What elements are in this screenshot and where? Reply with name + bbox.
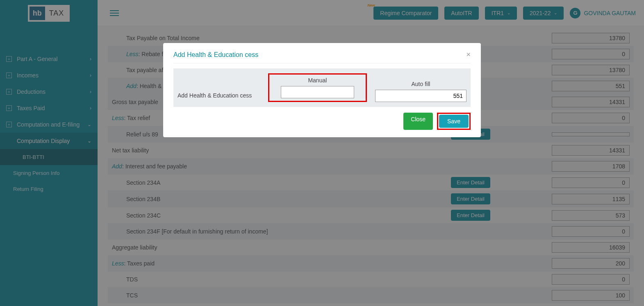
- save-button[interactable]: Save: [439, 115, 469, 128]
- manual-heading: Manual: [272, 77, 363, 84]
- manual-input[interactable]: [281, 86, 354, 98]
- modal-field-label: Add Health & Education cess: [177, 92, 260, 102]
- modal: Add Health & Education cess × Add Health…: [163, 43, 481, 137]
- autofill-heading: Auto fill: [375, 81, 467, 87]
- autofill-input[interactable]: [375, 90, 467, 102]
- autofill-column: Auto fill: [375, 81, 467, 102]
- modal-overlay: Add Health & Education cess × Add Health…: [0, 0, 644, 306]
- manual-column: Manual: [268, 73, 367, 102]
- close-button[interactable]: Close: [403, 113, 433, 130]
- close-icon[interactable]: ×: [466, 50, 471, 59]
- modal-title: Add Health & Education cess: [173, 51, 258, 59]
